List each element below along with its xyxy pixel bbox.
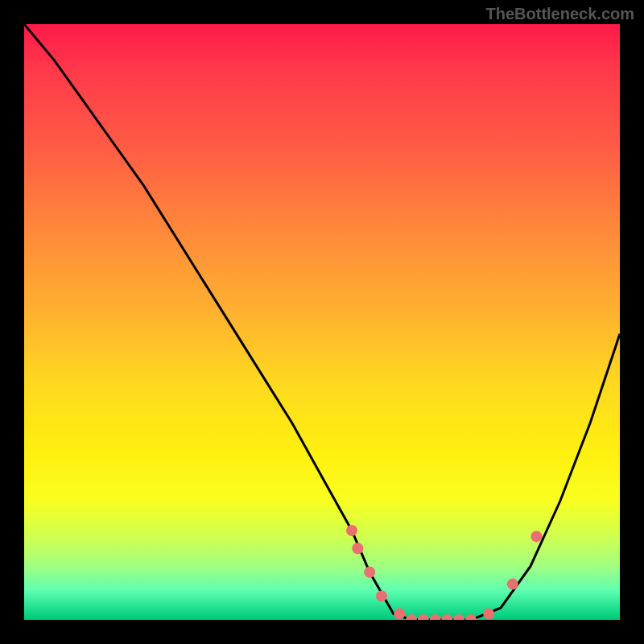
watermark-text: TheBottleneck.com <box>486 5 634 23</box>
bottleneck-curve <box>24 24 620 620</box>
marker-point <box>364 567 375 578</box>
marker-point <box>430 614 441 620</box>
chart-svg <box>24 24 620 620</box>
plot-area <box>24 24 620 620</box>
marker-point <box>453 614 464 620</box>
highlight-markers <box>346 525 542 620</box>
marker-point <box>465 614 477 620</box>
marker-point <box>394 609 405 620</box>
chart-container: TheBottleneck.com <box>0 0 644 644</box>
marker-point <box>346 525 357 536</box>
marker-point <box>406 614 417 620</box>
marker-point <box>530 530 542 542</box>
marker-point <box>418 614 429 620</box>
marker-point <box>483 609 494 620</box>
marker-point <box>352 543 363 554</box>
marker-point <box>376 590 387 601</box>
marker-point <box>441 614 452 620</box>
marker-point <box>507 579 518 590</box>
